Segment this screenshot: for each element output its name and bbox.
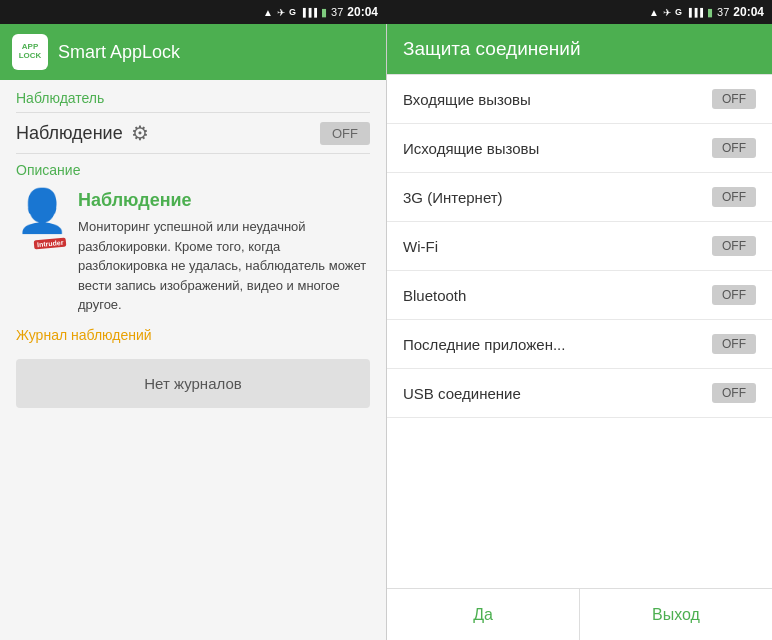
gear-icon[interactable]: ⚙ (131, 121, 149, 145)
person-icon: 👤 (16, 190, 66, 232)
dialog-list-item[interactable]: Bluetooth OFF (387, 271, 772, 320)
time-right: 20:04 (733, 5, 764, 19)
desc-icon: 👤 Intruder (16, 190, 66, 250)
desc-right: Наблюдение Мониторинг успешной или неуда… (78, 190, 370, 315)
monitoring-row: Наблюдение ⚙ OFF (0, 113, 386, 153)
monitoring-toggle[interactable]: OFF (320, 122, 370, 145)
desc-label: Описание (0, 154, 386, 182)
time-left: 20:04 (347, 5, 378, 19)
battery-icon-right: ▮ (707, 6, 713, 19)
dialog-list-item[interactable]: Входящие вызовы OFF (387, 75, 772, 124)
item-label-0: Входящие вызовы (403, 91, 531, 108)
battery-level-right: 37 (717, 6, 729, 18)
dialog-title: Защита соединений (403, 38, 756, 60)
app-logo: APPLOCK (12, 34, 48, 70)
item-status-6[interactable]: OFF (712, 383, 756, 403)
monitoring-title: Наблюдение ⚙ (16, 121, 149, 145)
item-status-0[interactable]: OFF (712, 89, 756, 109)
desc-heading: Наблюдение (78, 190, 370, 211)
g-signal-icon: G (289, 7, 296, 17)
dialog-list-item[interactable]: Исходящие вызовы OFF (387, 124, 772, 173)
journal-link[interactable]: Журнал наблюдений (0, 323, 386, 351)
desc-content: 👤 Intruder Наблюдение Мониторинг успешно… (0, 182, 386, 323)
item-label-2: 3G (Интернет) (403, 189, 503, 206)
dialog-list-item[interactable]: 3G (Интернет) OFF (387, 173, 772, 222)
battery-icon: ▮ (321, 6, 327, 19)
item-status-4[interactable]: OFF (712, 285, 756, 305)
dialog-list-item[interactable]: Последние приложен... OFF (387, 320, 772, 369)
item-status-5[interactable]: OFF (712, 334, 756, 354)
dialog-list-item[interactable]: Wi-Fi OFF (387, 222, 772, 271)
dialog-footer: Да Выход (387, 588, 772, 640)
desc-text: Мониторинг успешной или неудачной разбло… (78, 217, 370, 315)
g-signal-icon-right: G (675, 7, 682, 17)
wifi-icon-right: ▲ (649, 7, 659, 18)
intruder-badge: Intruder (33, 238, 66, 250)
app-title: Smart AppLock (58, 42, 180, 63)
left-content: Наблюдатель Наблюдение ⚙ OFF Описание 👤 … (0, 80, 386, 640)
left-panel: APPLOCK Smart AppLock Наблюдатель Наблюд… (0, 0, 386, 640)
item-label-4: Bluetooth (403, 287, 466, 304)
plane-icon-right: ✈ (663, 7, 671, 18)
battery-level-left: 37 (331, 6, 343, 18)
yes-button[interactable]: Да (387, 589, 580, 640)
item-label-1: Исходящие вызовы (403, 140, 539, 157)
item-status-2[interactable]: OFF (712, 187, 756, 207)
plane-icon: ✈ (277, 7, 285, 18)
item-status-1[interactable]: OFF (712, 138, 756, 158)
item-label-6: USB соединение (403, 385, 521, 402)
wifi-icon: ▲ (263, 7, 273, 18)
item-status-3[interactable]: OFF (712, 236, 756, 256)
signal-bars-icon-right: ▐▐▐ (686, 8, 703, 17)
monitoring-text: Наблюдение (16, 123, 123, 144)
item-label-3: Wi-Fi (403, 238, 438, 255)
item-label-5: Последние приложен... (403, 336, 565, 353)
right-panel: Защита соединений Входящие вызовы OFF Ис… (386, 0, 772, 640)
app-header: APPLOCK Smart AppLock (0, 24, 386, 80)
dialog-list-item[interactable]: USB соединение OFF (387, 369, 772, 418)
exit-button[interactable]: Выход (580, 589, 772, 640)
no-logs-area: Нет журналов (16, 359, 370, 408)
dialog-list: Входящие вызовы OFF Исходящие вызовы OFF… (387, 74, 772, 588)
signal-bars-icon: ▐▐▐ (300, 8, 317, 17)
dialog-header: Защита соединений (387, 24, 772, 74)
section-label: Наблюдатель (0, 80, 386, 112)
